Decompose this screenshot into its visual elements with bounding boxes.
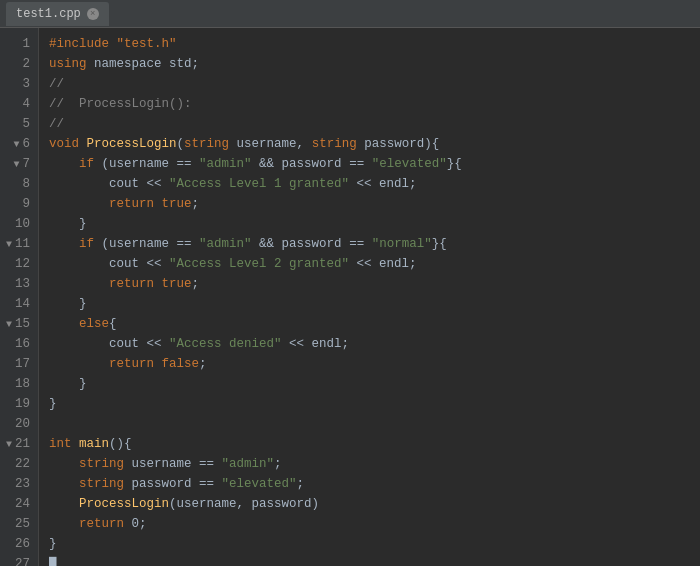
line-number-24: 24 — [6, 494, 30, 514]
code-token: "admin" — [222, 455, 275, 474]
code-token: else — [79, 315, 109, 334]
line-number-16: 16 — [6, 334, 30, 354]
code-token — [154, 195, 162, 214]
code-token: "Access Level 2 granted" — [169, 255, 349, 274]
code-token — [49, 515, 79, 534]
line-number-20: 20 — [6, 414, 30, 434]
code-token: main — [79, 435, 109, 454]
code-token: ; — [274, 455, 282, 474]
code-token: "normal" — [372, 235, 432, 254]
code-token: (username, password) — [169, 495, 319, 514]
code-token — [49, 195, 109, 214]
line-number-1: 1 — [6, 34, 30, 54]
line-number-15: ▼15 — [6, 314, 30, 334]
code-token: "Access Level 1 granted" — [169, 175, 349, 194]
code-line-5: // — [49, 114, 690, 134]
code-line-3: // — [49, 74, 690, 94]
code-token — [154, 275, 162, 294]
line-number-22: 22 — [6, 454, 30, 474]
code-line-11: if (username == "admin" && password == "… — [49, 234, 690, 254]
code-token: ; — [297, 475, 305, 494]
code-token: } — [49, 295, 87, 314]
code-token: password){ — [357, 135, 440, 154]
line-number-9: 9 — [6, 194, 30, 214]
line-number-6: ▼6 — [6, 134, 30, 154]
code-line-21: int main(){ — [49, 434, 690, 454]
code-token: string — [79, 455, 124, 474]
code-token: // ProcessLogin(): — [49, 95, 192, 114]
code-token: false — [162, 355, 200, 374]
code-token: string — [312, 135, 357, 154]
code-token: ; — [192, 195, 200, 214]
line-number-13: 13 — [6, 274, 30, 294]
code-token: << endl; — [349, 255, 417, 274]
code-token: "admin" — [199, 235, 252, 254]
code-token — [49, 315, 79, 334]
line-number-25: 25 — [6, 514, 30, 534]
code-token: cout << — [49, 255, 169, 274]
tab-test1-cpp[interactable]: test1.cpp × — [6, 2, 109, 26]
code-token: string — [79, 475, 124, 494]
code-line-8: cout << "Access Level 1 granted" << endl… — [49, 174, 690, 194]
code-token: ( — [177, 135, 185, 154]
code-token: "elevated" — [222, 475, 297, 494]
code-token: << endl; — [349, 175, 417, 194]
code-token: int — [49, 435, 72, 454]
editor: 12345▼6▼78910▼11121314▼151617181920▼2122… — [0, 28, 700, 566]
code-token: }{ — [447, 155, 462, 174]
code-line-26: } — [49, 534, 690, 554]
code-token: } — [49, 375, 87, 394]
code-token — [79, 135, 87, 154]
code-token — [49, 475, 79, 494]
line-number-21: ▼21 — [6, 434, 30, 454]
code-token: #include "test.h" — [49, 35, 177, 54]
code-token: (username == — [94, 235, 199, 254]
fold-arrow[interactable]: ▼ — [6, 237, 12, 252]
code-token: using — [49, 55, 87, 74]
code-token: } — [49, 215, 87, 234]
fold-arrow[interactable]: ▼ — [14, 137, 20, 152]
code-token: }{ — [432, 235, 447, 254]
code-token: && password == — [252, 235, 372, 254]
code-token: && password == — [252, 155, 372, 174]
code-token: cout << — [49, 175, 169, 194]
code-token: if — [79, 235, 94, 254]
code-line-7: if (username == "admin" && password == "… — [49, 154, 690, 174]
line-number-26: 26 — [6, 534, 30, 554]
code-token: ProcessLogin — [79, 495, 169, 514]
code-token: return — [109, 275, 154, 294]
code-line-27: █ — [49, 554, 690, 566]
code-token: string — [184, 135, 229, 154]
code-token: if — [79, 155, 94, 174]
code-line-9: return true; — [49, 194, 690, 214]
code-line-16: cout << "Access denied" << endl; — [49, 334, 690, 354]
code-token: █ — [49, 555, 57, 566]
code-token — [49, 275, 109, 294]
tab-close-button[interactable]: × — [87, 8, 99, 20]
code-token — [154, 355, 162, 374]
code-token: true — [162, 195, 192, 214]
code-token: true — [162, 275, 192, 294]
code-line-10: } — [49, 214, 690, 234]
line-number-27: 27 — [6, 554, 30, 566]
line-number-5: 5 — [6, 114, 30, 134]
code-line-2: using namespace std; — [49, 54, 690, 74]
fold-arrow[interactable]: ▼ — [6, 317, 12, 332]
code-token: return — [109, 195, 154, 214]
fold-arrow[interactable]: ▼ — [6, 437, 12, 452]
code-line-20 — [49, 414, 690, 434]
code-token — [49, 235, 79, 254]
line-numbers: 12345▼6▼78910▼11121314▼151617181920▼2122… — [0, 28, 39, 566]
line-number-19: 19 — [6, 394, 30, 414]
code-token — [49, 455, 79, 474]
code-line-13: return true; — [49, 274, 690, 294]
fold-arrow[interactable]: ▼ — [14, 157, 20, 172]
line-number-18: 18 — [6, 374, 30, 394]
code-token: void — [49, 135, 79, 154]
line-number-23: 23 — [6, 474, 30, 494]
tab-label: test1.cpp — [16, 7, 81, 21]
code-area[interactable]: #include "test.h"using namespace std;///… — [39, 28, 700, 566]
line-number-14: 14 — [6, 294, 30, 314]
code-token: << endl; — [282, 335, 350, 354]
code-token: // — [49, 75, 64, 94]
